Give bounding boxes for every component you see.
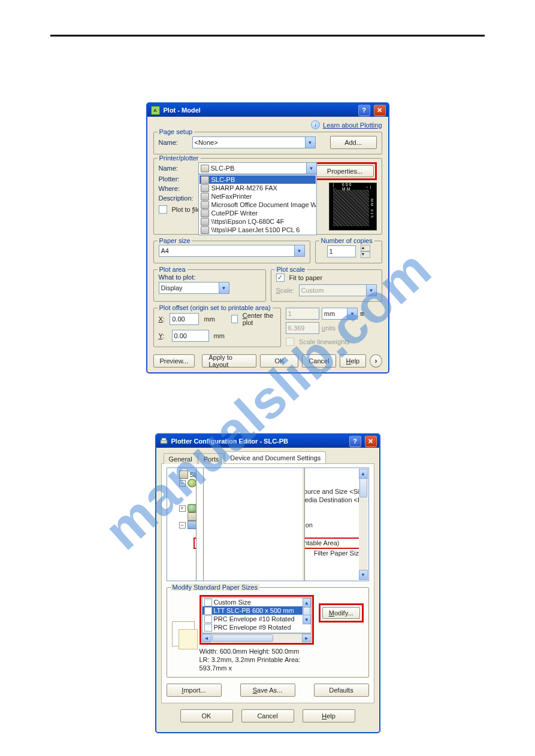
- modify-group-legend: Modify Standard Paper Sizes: [171, 584, 259, 591]
- apply-to-layout-button[interactable]: Apply to Layout: [202, 354, 256, 368]
- collapse-icon[interactable]: −: [179, 522, 186, 529]
- titlebar[interactable]: A Plot - Model ? ✕: [147, 104, 388, 117]
- copies-group: Number of copies 1 ▲ ▼: [315, 241, 382, 263]
- checkbox-icon[interactable]: [204, 599, 212, 606]
- chevron-down-icon[interactable]: ▼: [347, 308, 357, 319]
- help-button[interactable]: Help: [303, 709, 355, 722]
- chevron-down-icon[interactable]: ▼: [219, 283, 229, 293]
- checkbox-icon[interactable]: [204, 615, 212, 623]
- plot-area-group: Plot area What to plot: Display ▼: [153, 269, 266, 302]
- printer-option[interactable]: SHARP AR-M276 FAX: [200, 184, 316, 192]
- tab-general[interactable]: General: [164, 453, 198, 464]
- titlebar[interactable]: Plotter Configuration Editor - SLC-PB ? …: [156, 435, 379, 448]
- printer-icon: [201, 210, 209, 217]
- save-as-button[interactable]: Save As...: [240, 684, 295, 697]
- expand-arrow-button[interactable]: ›: [370, 354, 382, 368]
- list-vscrollbar[interactable]: ▲ ▼: [303, 598, 311, 624]
- center-plot-checkbox[interactable]: [231, 315, 238, 323]
- scroll-up-icon[interactable]: ▲: [359, 469, 368, 479]
- tree-scrollbar[interactable]: ▲ ▼: [359, 469, 368, 580]
- expand-icon[interactable]: +: [179, 505, 186, 512]
- copies-down[interactable]: ▼: [361, 251, 370, 258]
- copies-input[interactable]: 1: [327, 245, 356, 257]
- tab-device-document-settings[interactable]: Device and Document Settings: [225, 451, 326, 463]
- close-title-button[interactable]: ✕: [365, 436, 377, 447]
- printer-name-combo[interactable]: SLC-PB ▼: [198, 162, 317, 174]
- list-item[interactable]: PRC Envelope #10 Rotated: [202, 615, 311, 623]
- tabs: General Ports Device and Document Settin…: [161, 451, 374, 463]
- y-units: mm: [214, 332, 225, 339]
- scroll-thumb[interactable]: [359, 478, 367, 497]
- unit-combo[interactable]: mm ▼: [322, 308, 358, 320]
- settings-tree[interactable]: SLC-PB −Media Source and Size <Size: Let…: [167, 467, 369, 581]
- scroll-down-icon[interactable]: ▼: [359, 570, 368, 580]
- copies-up[interactable]: ▲: [361, 245, 370, 251]
- import-button[interactable]: Import...: [167, 684, 222, 697]
- ok-button[interactable]: OK: [180, 709, 233, 722]
- scale-value: Custom: [301, 287, 324, 294]
- printer-option[interactable]: CutePDF Writer: [200, 209, 316, 217]
- collapse-icon[interactable]: −: [179, 480, 186, 487]
- fit-to-paper-label: Fit to paper: [289, 274, 323, 281]
- modify-button[interactable]: Modify...: [322, 607, 360, 619]
- chevron-down-icon[interactable]: ▼: [294, 245, 304, 256]
- tab-ports[interactable]: Ports: [198, 453, 225, 464]
- printer-option[interactable]: \\ttps\HP LaserJet 5100 PCL 6: [200, 226, 316, 234]
- printer-icon: [201, 193, 209, 201]
- ok-button[interactable]: OK: [260, 354, 298, 368]
- chevron-down-icon[interactable]: ▼: [306, 163, 316, 174]
- top-rule: [50, 35, 485, 37]
- checkbox-icon[interactable]: [204, 607, 212, 615]
- scroll-down-icon[interactable]: ▼: [303, 615, 311, 624]
- scroll-left-icon[interactable]: ◄: [202, 634, 211, 642]
- y-input[interactable]: 0.00: [172, 330, 209, 342]
- defaults-button[interactable]: Defaults: [314, 684, 369, 697]
- printer-option[interactable]: SLC-PB: [200, 175, 316, 184]
- scroll-right-icon[interactable]: ►: [302, 634, 312, 642]
- plot-to-file-checkbox[interactable]: [159, 205, 167, 214]
- x-input[interactable]: 0.00: [170, 313, 199, 325]
- page-setup-name-combo[interactable]: <None> ▼: [192, 136, 316, 148]
- plotter-icon: [160, 438, 168, 445]
- plot-area-legend: Plot area: [158, 266, 188, 273]
- paper-size-combo[interactable]: A4 ▼: [159, 245, 305, 257]
- fit-to-paper-checkbox[interactable]: [276, 274, 285, 282]
- paper-sizes-list[interactable]: Custom Size LTT SLC-PB 600 x 500 mm PRC …: [202, 597, 312, 633]
- scale-label: Scale:: [276, 287, 294, 294]
- printer-plotter-group: Printer/plotter Name: SLC-PB ▼: [153, 158, 382, 235]
- help-button[interactable]: Help: [340, 354, 367, 368]
- properties-button[interactable]: Properties...: [316, 165, 374, 177]
- list-item[interactable]: Custom Size: [202, 598, 311, 606]
- what-to-plot-combo[interactable]: Display ▼: [159, 282, 229, 294]
- add-page-setup-button[interactable]: Add...: [330, 136, 377, 149]
- printer-dropdown-list[interactable]: SLC-PB SHARP AR-M276 FAX NetFaxPrinter M…: [198, 174, 317, 235]
- scroll-icon: [188, 512, 197, 521]
- help-title-button[interactable]: ?: [349, 436, 361, 447]
- checkbox-icon[interactable]: [204, 624, 212, 631]
- preview-button[interactable]: Preview...: [153, 354, 195, 368]
- copies-legend: Number of copies: [319, 237, 374, 244]
- help-title-button[interactable]: ?: [358, 105, 370, 116]
- paper-size-group: Paper size A4 ▼: [153, 241, 310, 263]
- scroll-up-icon[interactable]: ▲: [303, 598, 311, 608]
- preview-top-scale: |← 600 MM →|: [333, 184, 373, 190]
- chevron-down-icon[interactable]: ▼: [305, 137, 315, 148]
- printer-option[interactable]: Microsoft Office Document Image Writer: [200, 201, 316, 209]
- scale-combo: Custom ▼: [299, 284, 377, 296]
- printer-option[interactable]: \\ttps\Epson LQ-680C 4F: [200, 217, 316, 226]
- list-item-selected[interactable]: LTT SLC-PB 600 x 500 mm: [202, 606, 311, 615]
- list-item[interactable]: PRC Envelope #9 Rotated: [202, 623, 311, 631]
- scroll-thumb[interactable]: [212, 634, 274, 642]
- cancel-button[interactable]: Cancel: [302, 354, 335, 368]
- printer-option[interactable]: NetFaxPrinter: [200, 192, 316, 201]
- plot-to-file-label: Plot to file: [172, 206, 201, 213]
- copies-value: 1: [330, 248, 333, 255]
- description-label: Description:: [159, 195, 194, 202]
- list-hscrollbar[interactable]: ◄ ►: [202, 633, 312, 642]
- modify-button-highlight: Modify...: [319, 603, 364, 623]
- cancel-button[interactable]: Cancel: [241, 709, 294, 722]
- learn-about-plotting-link[interactable]: Learn about Plotting: [323, 122, 382, 129]
- units-label: units: [322, 324, 335, 332]
- close-title-button[interactable]: ✕: [374, 105, 386, 116]
- paper-size-value: A4: [161, 247, 169, 254]
